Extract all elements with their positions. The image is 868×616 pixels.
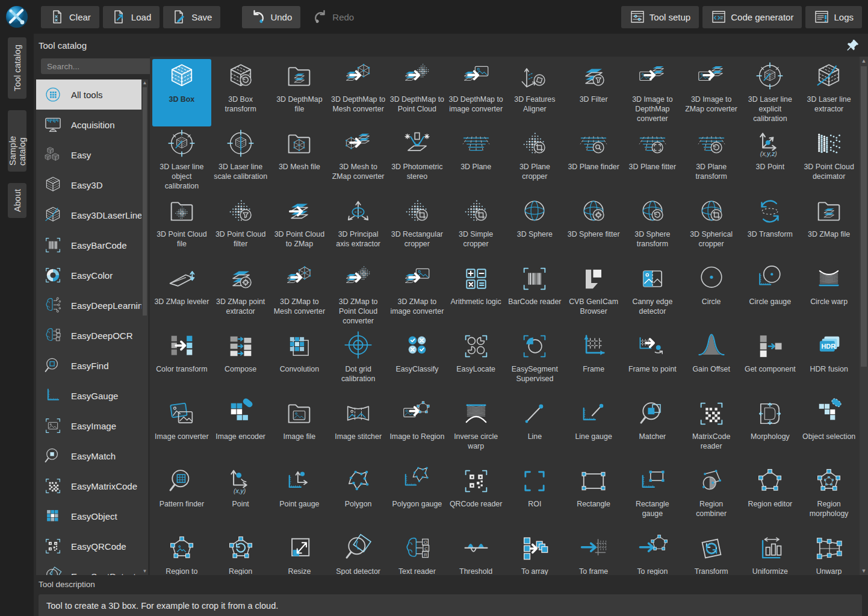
sidebar-item-easy[interactable]: Easy bbox=[36, 140, 148, 170]
tool-tile-to-region[interactable]: To region bbox=[623, 531, 682, 575]
tool-tile-3d-sphere-fitter[interactable]: 3D Sphere fitter bbox=[564, 194, 623, 261]
tool-tile-cvb-genicam-browser[interactable]: CVB GenICam Browser bbox=[564, 261, 623, 329]
sidebar-scroll-thumb[interactable] bbox=[143, 87, 147, 316]
tool-tile-line-gauge[interactable]: Line gauge bbox=[564, 396, 623, 464]
sidebar-item-easybarcode[interactable]: EasyBarCode bbox=[36, 230, 148, 260]
pin-icon[interactable] bbox=[846, 39, 860, 52]
tool-tile-3d-zmap-file[interactable]: 3D ZMap file bbox=[799, 194, 858, 261]
tool-tile-roi[interactable]: ROI bbox=[506, 464, 565, 531]
clear-button[interactable]: Clear bbox=[41, 6, 99, 28]
load-button[interactable]: Load bbox=[103, 6, 160, 28]
tool-tile-get-component[interactable]: Get component bbox=[741, 329, 800, 396]
tool-tile-transform[interactable]: Transform bbox=[682, 531, 741, 575]
tool-tile-3d-box[interactable]: 3D Box bbox=[152, 59, 211, 126]
tool-tile-compose[interactable]: Compose bbox=[211, 329, 270, 396]
tool-tile-3d-rectangular-cropper[interactable]: 3D Rectangular cropper bbox=[388, 194, 447, 261]
sidebar-item-easycolor[interactable]: EasyColor bbox=[36, 260, 148, 290]
tool-tile-canny-edge-detector[interactable]: Canny edge detector bbox=[623, 261, 682, 329]
search-input[interactable] bbox=[41, 58, 160, 74]
tool-tile-uniformize[interactable]: Uniformize bbox=[741, 531, 800, 575]
grid-scrollbar[interactable]: ▲ ▼ bbox=[860, 57, 868, 575]
tool-setup-button[interactable]: Tool setup bbox=[621, 6, 699, 28]
tool-tile-3d-depthmap-to-mesh-converter[interactable]: 3D DepthMap to Mesh converter bbox=[329, 59, 388, 126]
tool-tile-gain-offset[interactable]: Gain Offset bbox=[682, 329, 741, 396]
tool-tile-3d-mesh-to-zmap-converter[interactable]: 3D Mesh to ZMap converter bbox=[329, 126, 388, 194]
tool-tile-rectangle[interactable]: Rectangle bbox=[564, 464, 623, 531]
tool-tile-image-encoder[interactable]: Image encoder bbox=[211, 396, 270, 464]
tool-tile-arithmetic-logic[interactable]: Arithmetic logic bbox=[447, 261, 506, 329]
tool-tile-hdr-fusion[interactable]: HDRHDR fusion bbox=[799, 329, 858, 396]
tool-tile-3d-depthmap-file[interactable]: 3D DepthMap file bbox=[270, 59, 329, 126]
tool-tile-3d-zmap-to-image-converter[interactable]: 3D ZMap to image converter bbox=[388, 261, 447, 329]
tool-tile-morphology[interactable]: Morphology bbox=[741, 396, 800, 464]
tool-tile-3d-depthmap-to-image-converter[interactable]: 3D DepthMap to image converter bbox=[447, 59, 506, 126]
sidebar-item-easygauge[interactable]: EasyGauge bbox=[36, 381, 148, 411]
sidebar-item-easyobject[interactable]: EasyObject bbox=[36, 501, 148, 531]
tool-tile-3d-image-to-zmap-converter[interactable]: 3D Image to ZMap converter bbox=[682, 59, 741, 126]
sidebar-item-easyspotdetector[interactable]: EasySpotDetector bbox=[36, 561, 148, 575]
tool-tile-barcode-reader[interactable]: BarCode reader bbox=[506, 261, 565, 329]
tool-tile-pattern-finder[interactable]: Pattern finder bbox=[152, 464, 211, 531]
tool-tile-polygon[interactable]: Polygon bbox=[329, 464, 388, 531]
undo-button[interactable]: Undo bbox=[242, 6, 300, 28]
tool-tile-point[interactable]: (x,y)Point bbox=[211, 464, 270, 531]
tool-tile-3d-depthmap-to-point-cloud[interactable]: 3D DepthMap to Point Cloud bbox=[388, 59, 447, 126]
tool-tile-3d-spherical-cropper[interactable]: 3D Spherical cropper bbox=[682, 194, 741, 261]
tool-tile-frame-to-point[interactable]: Frame to point bbox=[623, 329, 682, 396]
tool-tile-easylocate[interactable]: EasyLocate bbox=[447, 329, 506, 396]
tool-tile-matrixcode-reader[interactable]: MatrixCode reader bbox=[682, 396, 741, 464]
tool-tile-3d-photometric-stereo[interactable]: 3D Photometric stereo bbox=[388, 126, 447, 194]
grid-scroll-thumb[interactable] bbox=[861, 66, 867, 367]
sidebar-item-acquisition[interactable]: Acquisition bbox=[36, 110, 148, 140]
tool-tile-3d-zmap-to-mesh-converter[interactable]: 3D ZMap to Mesh converter bbox=[270, 261, 329, 329]
sidebar-item-all-tools[interactable]: All tools bbox=[36, 79, 148, 110]
scroll-up-icon[interactable]: ▲ bbox=[141, 79, 148, 87]
tab-sample-catalog[interactable]: Sample catalog bbox=[8, 110, 26, 172]
tool-tile-circle-warp[interactable]: Circle warp bbox=[799, 261, 858, 329]
tool-tile-image-stitcher[interactable]: Image stitcher bbox=[329, 396, 388, 464]
tab-tool-catalog[interactable]: Tool catalog bbox=[8, 37, 26, 99]
tool-tile-easysegment-supervised[interactable]: EasySegment Supervised bbox=[506, 329, 565, 396]
tool-tile-spot-detector[interactable]: Spot detector bbox=[329, 531, 388, 575]
tool-tile-region[interactable]: Region bbox=[211, 531, 270, 575]
tool-tile-polygon-gauge[interactable]: Polygon gauge bbox=[388, 464, 447, 531]
tool-tile-line[interactable]: Line bbox=[506, 396, 565, 464]
tool-tile-region-to[interactable]: Region to bbox=[152, 531, 211, 575]
tool-tile-3d-simple-cropper[interactable]: 3D Simple cropper bbox=[447, 194, 506, 261]
tool-tile-image-to-region[interactable]: Image to Region bbox=[388, 396, 447, 464]
tool-tile-3d-plane[interactable]: 3D Plane bbox=[447, 126, 506, 194]
tool-tile-3d-laser-line-object-calibration[interactable]: 3D Laser line object calibration bbox=[152, 126, 211, 194]
tool-tile-dot-grid-calibration[interactable]: Dot grid calibration bbox=[329, 329, 388, 396]
tool-tile-frame[interactable]: Frame bbox=[564, 329, 623, 396]
tool-tile-rectangle-gauge[interactable]: Rectangle gauge bbox=[623, 464, 682, 531]
grid-scroll-up-icon[interactable]: ▲ bbox=[860, 57, 868, 65]
tool-tile-color-transform[interactable]: Color transform bbox=[152, 329, 211, 396]
tool-tile-object-selection[interactable]: Object selection bbox=[799, 396, 858, 464]
tool-tile-3d-sphere[interactable]: 3D Sphere bbox=[506, 194, 565, 261]
tool-tile-3d-laser-line-explicit-calibration[interactable]: 3D Laser line explicit calibration bbox=[741, 59, 800, 126]
tool-tile-3d-point[interactable]: (x,y,z)3D Point bbox=[741, 126, 800, 194]
tool-tile-to-array[interactable]: To array bbox=[506, 531, 565, 575]
tool-tile-region-editor[interactable]: Region editor bbox=[741, 464, 800, 531]
tool-tile-3d-filter[interactable]: 3D Filter bbox=[564, 59, 623, 126]
tool-tile-inverse-circle-warp[interactable]: Inverse circle warp bbox=[447, 396, 506, 464]
tool-tile-3d-sphere-transform[interactable]: 3D Sphere transform bbox=[623, 194, 682, 261]
tool-tile-3d-principal-axis-extractor[interactable]: 3D Principal axis extractor bbox=[329, 194, 388, 261]
sidebar-item-easydeepocr[interactable]: EasyDeepOCR bbox=[36, 320, 148, 350]
sidebar-item-easy3d[interactable]: Easy3D bbox=[36, 170, 148, 200]
tool-tile-3d-zmap-leveler[interactable]: 3D ZMap leveler bbox=[152, 261, 211, 329]
save-button[interactable]: Save bbox=[163, 6, 220, 28]
sidebar-item-easyimage[interactable]: EasyImage bbox=[36, 411, 148, 441]
tool-tile-convolution[interactable]: Convolution bbox=[270, 329, 329, 396]
grid-scroll-down-icon[interactable]: ▼ bbox=[860, 567, 868, 575]
tool-tile-3d-zmap-point-extractor[interactable]: 3D ZMap point extractor bbox=[211, 261, 270, 329]
tool-tile-3d-box-transform[interactable]: 3D Box transform bbox=[211, 59, 270, 126]
code-generator-button[interactable]: Code generator bbox=[702, 6, 802, 28]
scroll-down-icon[interactable]: ▼ bbox=[141, 568, 148, 575]
tool-tile-3d-plane-finder[interactable]: 3D Plane finder bbox=[564, 126, 623, 194]
sidebar-item-easy3dlaserline[interactable]: Easy3DLaserLine bbox=[36, 200, 148, 230]
tool-tile-unwarp[interactable]: Unwarp bbox=[799, 531, 858, 575]
tool-tile-3d-mesh-file[interactable]: 3D Mesh file bbox=[270, 126, 329, 194]
tool-tile-region-morphology[interactable]: Region morphology bbox=[799, 464, 858, 531]
sidebar-item-easyfind[interactable]: EasyFind bbox=[36, 350, 148, 381]
